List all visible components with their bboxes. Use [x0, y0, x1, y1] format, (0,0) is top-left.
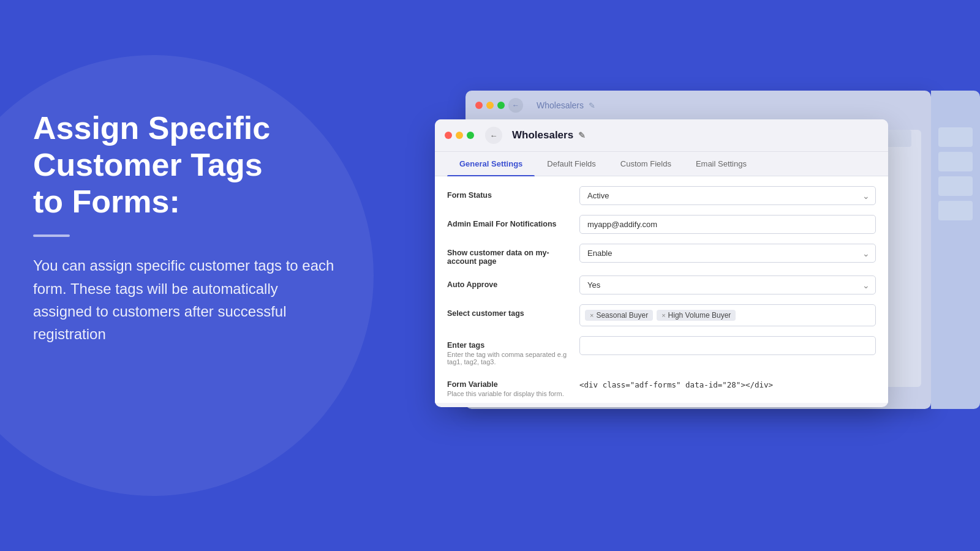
- tag-chip-seasonal: × Seasonal Buyer: [585, 310, 653, 321]
- right-panel: ← Wholesalers ✎ General Settings Default…: [429, 0, 980, 551]
- main-browser-window: ← Wholesalers ✎ General Settings Default…: [435, 119, 888, 407]
- control-auto-approve: Yes No: [579, 276, 876, 294]
- tab-bar: General Settings Default Fields Custom F…: [435, 152, 888, 176]
- tab-custom-fields[interactable]: Custom Fields: [608, 152, 684, 176]
- shadow-window-title: Wholesalers ✎: [537, 100, 595, 110]
- form-row-customer-tags: Select customer tags × Seasonal Buyer × …: [447, 304, 876, 326]
- shadow-right-stripe: [931, 91, 980, 409]
- window-title: Wholesalers ✎: [512, 129, 586, 141]
- tab-email-settings[interactable]: Email Settings: [684, 152, 759, 176]
- dot-red: [445, 132, 452, 139]
- left-panel: Assign Specific Customer Tags to Forms: …: [33, 110, 339, 345]
- form-row-auto-approve: Auto Approve Yes No: [447, 276, 876, 294]
- control-admin-email: [579, 215, 876, 234]
- tab-general-settings[interactable]: General Settings: [447, 152, 535, 176]
- heading-line1: Assign Specific: [33, 110, 270, 146]
- edit-title-icon[interactable]: ✎: [578, 130, 586, 140]
- description: You can assign specific customer tags to…: [33, 254, 339, 345]
- shadow-back-button: ←: [508, 98, 523, 113]
- form-content: Form Status Active Inactive Admin Email …: [435, 176, 888, 403]
- form-row-form-variable: Form Variable Place this variable for di…: [447, 375, 876, 397]
- control-form-status: Active Inactive: [579, 186, 876, 205]
- shadow-titlebar: ← Wholesalers ✎: [466, 91, 931, 120]
- tag-remove-seasonal[interactable]: ×: [590, 312, 594, 319]
- heading-line3: to Forms:: [33, 184, 180, 219]
- main-titlebar: ← Wholesalers ✎: [435, 119, 888, 152]
- tag-chip-high-volume: × High Volume Buyer: [657, 310, 736, 321]
- control-customer-tags: × Seasonal Buyer × High Volume Buyer: [579, 304, 876, 326]
- control-enter-tags: [579, 336, 876, 355]
- label-enter-tags: Enter tags Enter the tag with comma sepa…: [447, 336, 570, 365]
- shadow-dot-green: [497, 102, 505, 109]
- label-admin-email: Admin Email For Notifications: [447, 215, 570, 228]
- control-show-customer: Enable Disable: [579, 244, 876, 263]
- dot-green: [467, 132, 474, 139]
- control-form-variable: <div class="adf-forms" data-id="28"></di…: [579, 375, 876, 389]
- divider: [33, 234, 70, 237]
- label-auto-approve: Auto Approve: [447, 276, 570, 289]
- input-admin-email[interactable]: [579, 215, 876, 234]
- tags-field[interactable]: × Seasonal Buyer × High Volume Buyer: [579, 304, 876, 326]
- label-customer-tags: Select customer tags: [447, 304, 570, 318]
- label-form-variable: Form Variable Place this variable for di…: [447, 375, 570, 397]
- shadow-dot-red: [475, 102, 483, 109]
- select-form-status[interactable]: Active Inactive: [579, 186, 876, 205]
- input-enter-tags[interactable]: [579, 336, 876, 355]
- shadow-dot-yellow: [486, 102, 494, 109]
- label-show-customer: Show customer data on my-account page: [447, 244, 570, 266]
- dot-yellow: [456, 132, 463, 139]
- select-wrapper-status: Active Inactive: [579, 186, 876, 205]
- form-row-show-customer: Show customer data on my-account page En…: [447, 244, 876, 266]
- select-wrapper-show-customer: Enable Disable: [579, 244, 876, 263]
- select-auto-approve[interactable]: Yes No: [579, 276, 876, 294]
- label-form-status: Form Status: [447, 186, 570, 200]
- heading-line2: Customer Tags: [33, 147, 263, 182]
- form-row-enter-tags: Enter tags Enter the tag with comma sepa…: [447, 336, 876, 365]
- form-variable-value: <div class="adf-forms" data-id="28"></di…: [579, 375, 876, 389]
- tag-remove-high-volume[interactable]: ×: [662, 312, 665, 319]
- back-button[interactable]: ←: [485, 127, 502, 144]
- tab-default-fields[interactable]: Default Fields: [535, 152, 608, 176]
- form-row-email: Admin Email For Notifications: [447, 215, 876, 234]
- select-show-customer[interactable]: Enable Disable: [579, 244, 876, 263]
- select-wrapper-auto-approve: Yes No: [579, 276, 876, 294]
- main-heading: Assign Specific Customer Tags to Forms:: [33, 110, 339, 220]
- form-row-status: Form Status Active Inactive: [447, 186, 876, 205]
